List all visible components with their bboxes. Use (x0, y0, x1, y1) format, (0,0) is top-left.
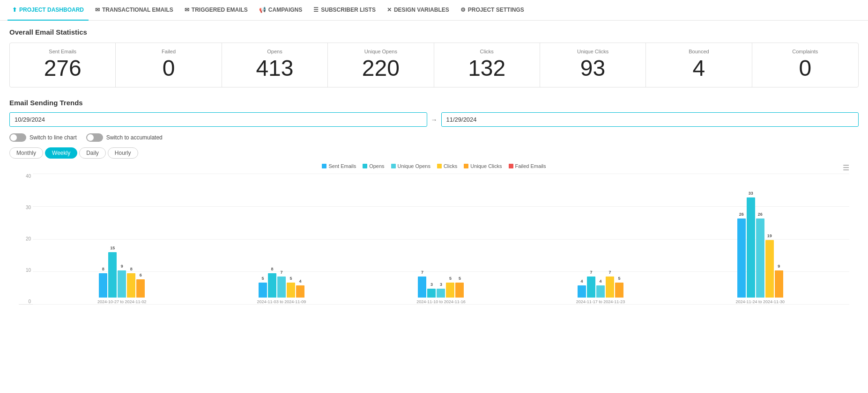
bar-group-label: 2024-10-27 to 2024-11-02 (97, 299, 147, 304)
legend-item-sent-emails: Sent Emails (322, 163, 356, 169)
bar-clicks: 5 (446, 283, 454, 298)
period-buttons: MonthlyWeeklyDailyHourly (9, 147, 859, 159)
bar-unique_clicks: 5 (615, 283, 623, 298)
bar-unique_clicks: 6 (136, 279, 145, 298)
bar-value: 8 (130, 267, 133, 271)
legend-item-clicks: Clicks (437, 163, 457, 169)
stat-label-1: Failed (123, 49, 214, 54)
bar-value: 7 (590, 270, 593, 275)
stat-value-7: 0 (760, 57, 851, 80)
stat-value-2: 413 (230, 57, 320, 80)
stat-label-3: Unique Opens (335, 49, 426, 54)
nav-icon-project-dashboard: ⬆ (12, 7, 17, 13)
bar-group-3: 474752024-11-17 to 2024-11-23 (576, 277, 625, 305)
bar-opens: 7 (587, 277, 595, 298)
legend-item-failed-emails: Failed Emails (509, 163, 546, 169)
period-btn-monthly[interactable]: Monthly (9, 147, 43, 159)
bar-value: 7 (609, 270, 611, 275)
legend-dot (322, 164, 326, 168)
bar-group-2: 733552024-11-10 to 2024-11-16 (416, 277, 466, 305)
chart-controls: Switch to line chart Switch to accumulat… (9, 133, 859, 142)
y-axis-label: 30 (26, 205, 31, 210)
nav-icon-subscriber-lists: ☰ (313, 7, 319, 13)
legend-label: Failed Emails (515, 163, 546, 169)
x-axis (33, 305, 849, 306)
bar-unique_clicks: 4 (296, 285, 304, 298)
nav-item-campaigns[interactable]: 📢CAMPAIGNS (254, 0, 307, 21)
bar-value: 15 (110, 246, 115, 250)
accumulated-toggle[interactable] (86, 133, 103, 142)
main-nav: ⬆PROJECT DASHBOARD✉TRANSACTIONAL EMAILS✉… (0, 0, 868, 21)
nav-label-project-dashboard: PROJECT DASHBOARD (19, 7, 84, 13)
bar-unique_opens: 9 (118, 270, 126, 298)
stat-card-unique-clicks: Unique Clicks93 (540, 43, 646, 87)
bar-value: 5 (459, 276, 461, 281)
line-chart-toggle[interactable] (9, 133, 26, 142)
legend-label: Clicks (444, 163, 457, 169)
line-chart-toggle-label: Switch to line chart (30, 134, 77, 141)
nav-item-transactional-emails[interactable]: ✉TRANSACTIONAL EMAILS (90, 0, 178, 21)
legend-label: Sent Emails (328, 163, 356, 169)
date-from-input[interactable] (9, 112, 427, 127)
bar-value: 3 (430, 282, 433, 287)
bar-sent: 26 (737, 218, 746, 298)
stat-label-4: Clicks (442, 49, 532, 54)
stats-grid: Sent Emails276Failed0Opens413Unique Open… (9, 43, 859, 87)
nav-item-project-dashboard[interactable]: ⬆PROJECT DASHBOARD (7, 0, 89, 21)
bar-value: 3 (440, 282, 442, 287)
bar-opens: 15 (108, 252, 117, 298)
y-axis-label: 40 (26, 174, 31, 179)
period-btn-hourly[interactable]: Hourly (108, 147, 138, 159)
nav-item-triggered-emails[interactable]: ✉TRIGGERED EMAILS (180, 0, 252, 21)
y-axis: 403020100 (19, 174, 33, 304)
chart-legend: Sent EmailsOpensUnique OpensClicksUnique… (19, 163, 849, 169)
nav-label-subscriber-lists: SUBSCRIBER LISTS (321, 7, 376, 13)
stat-label-2: Opens (230, 49, 320, 54)
bar-group-label: 2024-11-24 to 2024-11-30 (735, 299, 785, 304)
bar-value: 5 (618, 276, 621, 281)
bar-unique_opens: 3 (437, 289, 445, 298)
bar-value: 7 (280, 270, 282, 275)
y-axis-label: 0 (28, 299, 31, 304)
bar-group-label: 2024-11-03 to 2024-11-09 (257, 299, 306, 304)
stat-value-4: 132 (442, 57, 532, 80)
bar-value: 8 (102, 267, 104, 271)
nav-item-subscriber-lists[interactable]: ☰SUBSCRIBER LISTS (309, 0, 380, 21)
stat-card-failed: Failed0 (116, 43, 222, 87)
trends-section: Email Sending Trends → Switch to line ch… (9, 99, 859, 306)
bar-clicks: 8 (127, 273, 135, 298)
nav-icon-campaigns: 📢 (259, 7, 266, 13)
stat-value-1: 0 (123, 57, 214, 80)
y-axis-label: 10 (26, 268, 31, 273)
stat-label-7: Complaints (760, 49, 851, 54)
bar-unique_opens: 26 (756, 218, 764, 298)
bar-clicks: 5 (287, 283, 295, 298)
y-axis-label: 20 (26, 236, 31, 241)
stat-card-sent-emails: Sent Emails276 (10, 43, 116, 87)
period-btn-daily[interactable]: Daily (79, 147, 106, 159)
stat-card-bounced: Bounced4 (646, 43, 752, 87)
chart-area: 403020100 8159862024-10-27 to 2024-11-02… (19, 174, 849, 305)
date-to-input[interactable] (441, 112, 859, 127)
chart-menu-icon[interactable]: ☰ (843, 163, 849, 172)
bar-value: 4 (600, 279, 602, 284)
stat-card-unique-opens: Unique Opens220 (328, 43, 434, 87)
nav-label-campaigns: CAMPAIGNS (268, 7, 302, 13)
nav-item-design-variables[interactable]: ✕DESIGN VARIABLES (382, 0, 454, 21)
stat-card-opens: Opens413 (222, 43, 328, 87)
stat-card-clicks: Clicks132 (434, 43, 540, 87)
accumulated-toggle-label: Switch to accumulated (106, 134, 163, 141)
nav-item-project-settings[interactable]: ⚙PROJECT SETTINGS (456, 0, 529, 21)
chart-container: Sent EmailsOpensUnique OpensClicksUnique… (9, 163, 859, 306)
bar-sent: 8 (99, 273, 107, 298)
bar-unique_clicks: 5 (455, 283, 464, 298)
bar-clicks: 7 (606, 277, 614, 298)
nav-icon-triggered-emails: ✉ (185, 7, 189, 13)
legend-item-unique-opens: Unique Opens (391, 163, 430, 169)
stat-value-0: 276 (17, 57, 108, 80)
stat-label-0: Sent Emails (17, 49, 108, 54)
bar-clicks: 19 (765, 240, 774, 298)
period-btn-weekly[interactable]: Weekly (45, 147, 77, 159)
bar-sent: 7 (418, 277, 426, 298)
bar-unique_opens: 4 (596, 285, 605, 298)
